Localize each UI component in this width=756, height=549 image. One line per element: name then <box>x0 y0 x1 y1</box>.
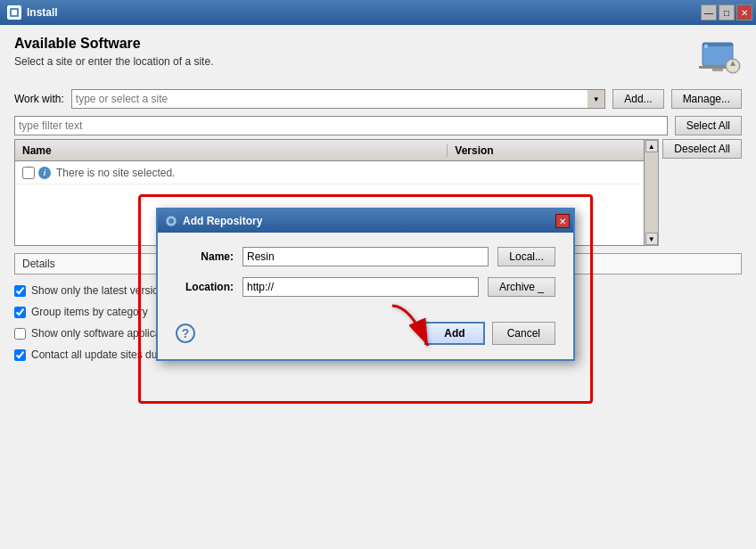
dropdown-arrow-icon[interactable]: ▼ <box>588 89 605 109</box>
window-icon <box>7 5 21 20</box>
header-section: Available Software Select a site or ente… <box>14 36 742 78</box>
header-left: Available Software Select a site or ente… <box>14 36 213 68</box>
add-button[interactable]: Add <box>424 322 484 345</box>
work-with-input[interactable] <box>71 89 605 109</box>
manage-button[interactable]: Manage... <box>671 89 742 109</box>
checkbox-group-category[interactable] <box>14 307 26 318</box>
archive-button[interactable]: Archive _ <box>488 277 555 297</box>
select-all-button[interactable]: Select All <box>675 116 742 135</box>
checkbox-label-3: Group items by category <box>31 306 148 318</box>
add-site-button[interactable]: Add... <box>612 89 663 109</box>
checkbox-target-env[interactable] <box>14 328 26 340</box>
header-icon <box>699 36 742 78</box>
dialog-close-button[interactable]: ✕ <box>555 214 570 228</box>
location-input[interactable] <box>242 277 479 297</box>
svg-rect-4 <box>704 45 708 48</box>
table-header: Name Version <box>15 140 644 161</box>
location-label: Location: <box>176 281 234 293</box>
dialog-title-bar: Add Repository ✕ <box>158 209 573 233</box>
page-subtitle: Select a site or enter the location of a… <box>14 55 213 68</box>
svg-rect-1 <box>12 10 17 15</box>
title-bar: Install — □ ✕ <box>0 0 756 25</box>
dialog-footer: ? Add Cancel <box>158 318 573 359</box>
svg-rect-6 <box>712 69 723 71</box>
table-row: i There is no site selected. <box>15 161 644 184</box>
details-label: Details <box>22 258 55 270</box>
minimize-button[interactable]: — <box>701 4 717 20</box>
filter-row: Select All <box>14 116 742 135</box>
scroll-up-button[interactable]: ▲ <box>645 140 658 152</box>
checkbox-contact-update-sites[interactable] <box>14 349 26 361</box>
col-version-header: Version <box>448 144 644 157</box>
name-row: Name: Local... <box>176 247 555 266</box>
dialog-title-text: Add Repository <box>165 215 262 227</box>
table-scrollbar: ▲ ▼ <box>645 139 659 246</box>
svg-point-10 <box>168 218 174 224</box>
dialog-body: Name: Local... Location: Archive _ <box>158 233 573 318</box>
col-name-header: Name <box>15 144 448 157</box>
location-row: Location: Archive _ <box>176 277 555 297</box>
scroll-down-button[interactable]: ▼ <box>645 233 658 245</box>
window-title: Install <box>27 6 58 19</box>
local-button[interactable]: Local... <box>497 247 555 266</box>
scroll-track <box>645 152 658 233</box>
cancel-button[interactable]: Cancel <box>492 322 555 345</box>
work-with-label: Work with: <box>14 93 64 105</box>
filter-input[interactable] <box>14 116 668 135</box>
row-checkbox[interactable] <box>22 167 35 179</box>
add-repository-dialog: Add Repository ✕ Name: Local... Location… <box>156 208 575 361</box>
maximize-button[interactable]: □ <box>719 4 735 20</box>
window-controls: — □ ✕ <box>701 4 752 20</box>
dialog-action-buttons: Add Cancel <box>424 322 555 345</box>
site-select-wrapper[interactable]: ▼ <box>71 89 605 109</box>
page-title: Available Software <box>14 36 213 52</box>
info-icon: i <box>38 167 51 179</box>
help-button[interactable]: ? <box>176 324 195 343</box>
close-button[interactable]: ✕ <box>736 4 752 20</box>
dialog-title-icon <box>165 215 177 227</box>
deselect-all-button[interactable]: Deselect All <box>662 139 742 159</box>
checkbox-latest-versions[interactable] <box>14 285 26 297</box>
work-with-row: Work with: ▼ Add... Manage... <box>14 89 742 109</box>
main-window: Available Software Select a site or ente… <box>0 25 756 549</box>
name-input[interactable] <box>242 247 489 266</box>
row-text: There is no site selected. <box>56 167 175 179</box>
right-buttons: Deselect All <box>662 139 742 246</box>
name-label: Name: <box>176 250 234 263</box>
